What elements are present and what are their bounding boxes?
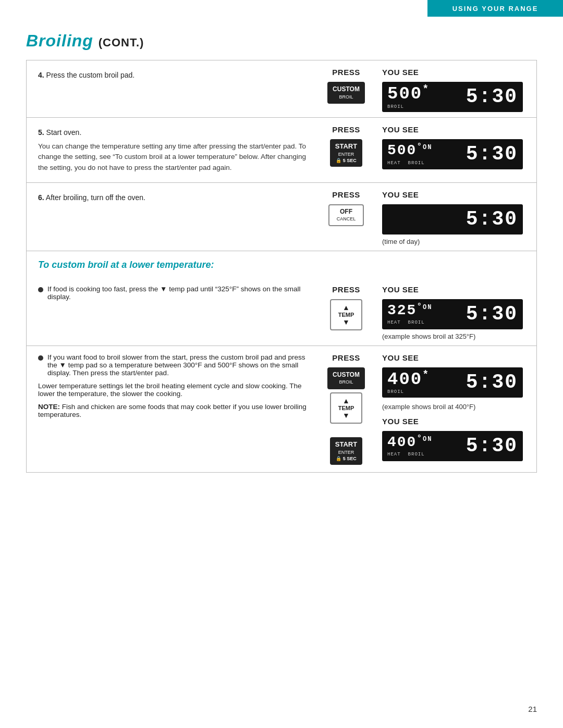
start-enter-button[interactable]: START ENTER 🔒 5 SEC (330, 139, 362, 167)
title-cont: (Cont.) (99, 36, 144, 49)
bullet-2-press-label: PRESS (332, 353, 360, 362)
temp-arrows-button-2[interactable]: ▲ TEMP ▼ (330, 392, 363, 424)
temp-arrows-button-1[interactable]: ▲ TEMP ▼ (330, 299, 363, 330)
bullet-1-dot (38, 287, 43, 292)
step-5-display: 500°ON HEAT BROIL 5:30 (382, 139, 523, 169)
step-4-press-label: PRESS (332, 68, 360, 77)
page-title: Broiling (Cont.) (26, 31, 537, 51)
step-5-press-col: PRESS START ENTER 🔒 5 SEC (317, 118, 375, 182)
bullet-1-display: 325°ON HEAT BROIL 5:30 (382, 299, 523, 329)
step-6-display: 5:30 (382, 204, 523, 235)
bullet-1-text: If food is cooking too fast, press the ▼… (47, 285, 308, 301)
lower-note-text: Lower temperature settings let the broil… (38, 382, 308, 398)
step-6-press-col: PRESS OFF CANCEL (317, 183, 375, 251)
main-instruction-box: 4. Press the custom broil pad. PRESS CUS… (26, 60, 537, 473)
step-5-number: 5. (38, 128, 44, 137)
bullet-2-yousee-label: YOU SEE (382, 353, 419, 362)
step-5-detail: You can change the temperature setting a… (38, 141, 308, 173)
step-5-press-label: PRESS (332, 125, 360, 134)
bullet-2-row: If you want food to broil slower from th… (27, 346, 536, 473)
step-5-yousee-col: YOU SEE 500°ON HEAT BROIL 5:30 (375, 118, 536, 182)
bullet-2-caption: (example shows broil at 400°F) (382, 403, 475, 411)
bullet-1-press-label: PRESS (332, 285, 360, 294)
sub-section-title: To custom broil at a lower temperature: (38, 260, 525, 270)
bullet-2-text: If you want food to broil slower from th… (47, 353, 308, 377)
custom-broil-button-2[interactable]: CUSTOM BROIL (327, 367, 365, 389)
step-6-press-label: PRESS (332, 190, 360, 199)
step-6-yousee-label: YOU SEE (382, 190, 419, 199)
custom-broil-button[interactable]: CUSTOM BROIL (327, 82, 365, 104)
bullet-1-caption: (example shows broil at 325°F) (382, 332, 475, 340)
bullet-1-press-col: PRESS ▲ TEMP ▼ (317, 278, 375, 336)
step-4-row: 4. Press the custom broil pad. PRESS CUS… (27, 60, 536, 118)
bullet-2-press-col: PRESS CUSTOM BROIL ▲ TEMP ▼ START ENTER … (317, 346, 375, 473)
sub-section-header: To custom broil at a lower temperature: (27, 251, 536, 270)
title-main: Broiling (26, 31, 93, 50)
bullet-2-dot (38, 355, 43, 361)
bullet-1-text-col: If food is cooking too fast, press the ▼… (27, 278, 317, 311)
step-6-yousee-col: YOU SEE 5:30 (time of day) (375, 183, 536, 251)
bullet-1-yousee-label: YOU SEE (382, 285, 419, 294)
bullet-1-yousee-col: YOU SEE 325°ON HEAT BROIL 5:30 (example … (375, 278, 536, 346)
step-4-yousee-col: YOU SEE 500* BROIL 5:30 (375, 60, 536, 117)
note-text: NOTE: Fish and chicken are some foods th… (38, 403, 308, 418)
step-5-text: 5. Start oven. You can change the temper… (27, 118, 317, 182)
step-4-press-col: PRESS CUSTOM BROIL (317, 60, 375, 117)
page-number: 21 (528, 705, 537, 713)
step-5-yousee-label: YOU SEE (382, 125, 419, 134)
step-6-number: 6. (38, 193, 44, 202)
header-title: USING YOUR RANGE (452, 5, 538, 13)
step-4-number: 4. (38, 71, 44, 79)
start-enter-button-2[interactable]: START ENTER 🔒 5 SEC (330, 437, 362, 465)
bullet-2-yousee-label-2: YOU SEE (382, 417, 419, 426)
bullet-1-row: If food is cooking too fast, press the ▼… (27, 278, 536, 346)
off-cancel-button[interactable]: OFF CANCEL (328, 204, 364, 226)
bullet-2-display-2: 400°ON HEAT BROIL 5:30 (382, 431, 523, 461)
step-5-row: 5. Start oven. You can change the temper… (27, 118, 536, 183)
step-4-display: 500* BROIL 5:30 (382, 82, 523, 112)
bullet-2-display-1: 400* BROIL 5:30 (382, 367, 523, 398)
step-6-text: 6. After broiling, turn off the oven. (27, 183, 317, 251)
step-4-text: 4. Press the custom broil pad. (27, 60, 317, 117)
step-4-yousee-label: YOU SEE (382, 68, 419, 77)
step-6-caption: (time of day) (382, 238, 420, 245)
step-6-row: 6. After broiling, turn off the oven. PR… (27, 183, 536, 251)
header-bar: USING YOUR RANGE (427, 0, 563, 17)
bullet-2-text-col: If you want food to broil slower from th… (27, 346, 317, 424)
bullet-2-yousee-col: YOU SEE 400* BROIL 5:30 (example shows b… (375, 346, 536, 466)
